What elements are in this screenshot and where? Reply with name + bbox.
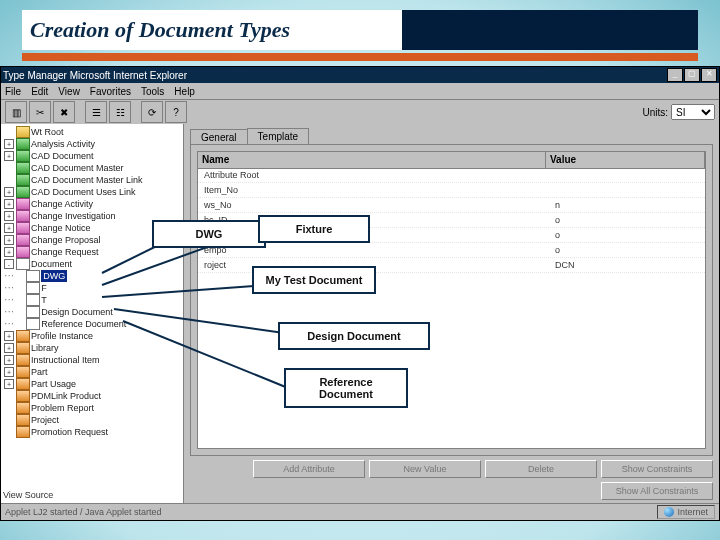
- callout-fixture: Fixture: [258, 215, 370, 243]
- callout-mytest: My Test Document: [252, 266, 376, 294]
- callout-design: Design Document: [278, 322, 430, 350]
- callout-dwg: DWG: [152, 220, 266, 248]
- callout-reference: Reference Document: [284, 368, 408, 408]
- svg-line-3: [114, 309, 284, 333]
- svg-line-2: [102, 286, 254, 297]
